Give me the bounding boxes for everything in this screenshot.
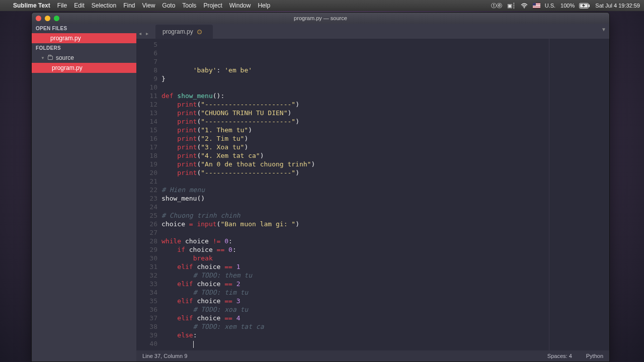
menubar-item-selection[interactable]: Selection (92, 2, 116, 9)
svg-rect-3 (589, 5, 590, 7)
code-line[interactable] (162, 339, 609, 348)
code-line[interactable]: # TODO: tim tu (162, 288, 609, 297)
code-line[interactable]: show_menu() (162, 194, 609, 203)
line-gutter: 5678910111213141516171819202122232425262… (136, 39, 162, 350)
sidebar-folders-header: FOLDERS (32, 43, 136, 53)
folder-name: source (56, 54, 74, 61)
code-line[interactable] (162, 348, 609, 350)
code-line[interactable]: print("----------------------") (162, 100, 609, 109)
menubar-app-name[interactable]: Sublime Text (13, 2, 50, 9)
tab-prev-button[interactable]: ◂ (136, 28, 143, 39)
menubar-screencast-icon[interactable]: ▣┆ (507, 3, 516, 9)
menubar-input-lang[interactable]: U.S. (533, 3, 555, 9)
status-bar: Line 37, Column 9 Spaces: 4 Python (136, 350, 609, 361)
folder-icon (48, 56, 53, 60)
code-content[interactable]: 'baby': 'em be'} def show_menu(): print(… (162, 39, 609, 350)
sidebar: OPEN FILES program.py FOLDERS ▼sourcepro… (32, 24, 136, 361)
code-line[interactable]: # TODO: them tu (162, 271, 609, 280)
sidebar-folder[interactable]: ▼source (32, 53, 136, 63)
editor-area: ◂ ▸ program.py ▼ 56789101112131415161718… (136, 24, 609, 361)
zoom-icon[interactable] (54, 16, 59, 21)
modified-indicator-icon (43, 36, 47, 41)
code-line[interactable]: # TODO: xoa tu (162, 305, 609, 314)
status-indent[interactable]: Spaces: 4 (547, 353, 572, 359)
code-line[interactable]: break (162, 254, 609, 262)
code-line[interactable]: while choice != 0: (162, 237, 609, 245)
menubar-item-tools[interactable]: Tools (182, 2, 196, 9)
code-line[interactable]: print("----------------------") (162, 117, 609, 126)
code-line[interactable]: print("CHUONG TRINH TU DIEN") (162, 109, 609, 117)
code-line[interactable]: elif choice == 3 (162, 297, 609, 305)
sidebar-open-file[interactable]: program.py (32, 33, 136, 43)
code-line[interactable]: print("3. Xoa tu") (162, 143, 609, 151)
code-line[interactable] (162, 177, 609, 186)
code-line[interactable]: # Chuong trinh chinh (162, 211, 609, 220)
code-line[interactable]: print("2. Tim tu") (162, 134, 609, 143)
close-icon[interactable] (36, 16, 41, 21)
menubar-item-edit[interactable]: Edit (74, 2, 85, 9)
minimize-icon[interactable] (45, 16, 50, 21)
tab-strip: ◂ ▸ program.py ▼ (136, 24, 609, 39)
menubar-item-window[interactable]: Window (229, 2, 251, 9)
code-line[interactable] (162, 203, 609, 211)
status-syntax[interactable]: Python (586, 353, 603, 359)
desktop: program.py — source OPEN FILES program.p… (0, 11, 644, 362)
code-line[interactable]: elif choice == 2 (162, 280, 609, 288)
code-line[interactable]: print("4. Xem tat ca") (162, 151, 609, 160)
code-line[interactable]: 'baby': 'em be' (162, 66, 609, 74)
code-line[interactable]: if choice == 0: (162, 245, 609, 254)
flag-icon (533, 3, 540, 8)
sidebar-open-files-header: OPEN FILES (32, 24, 136, 33)
tab[interactable]: program.py (155, 25, 213, 39)
ruler-guide (549, 39, 549, 350)
menubar-datetime[interactable]: Sat Jul 4 19:32:59 (595, 3, 640, 9)
code-line[interactable]: def show_menu(): (162, 92, 609, 100)
tab-next-button[interactable]: ▸ (143, 28, 150, 39)
code-editor[interactable]: 5678910111213141516171819202122232425262… (136, 39, 609, 350)
macos-menubar: Sublime Text FileEditSelectionFindViewGo… (0, 0, 644, 11)
status-cursor-pos[interactable]: Line 37, Column 9 (142, 353, 187, 359)
code-line[interactable]: elif choice == 4 (162, 314, 609, 322)
window-title: program.py — source (32, 15, 609, 21)
menubar-item-view[interactable]: View (142, 2, 155, 9)
code-line[interactable] (162, 228, 609, 237)
code-line[interactable]: } (162, 74, 609, 83)
sidebar-file[interactable]: program.py (32, 63, 136, 73)
file-name: program.py (50, 35, 81, 42)
menubar-te-icon[interactable]: ⓣⓔ (491, 2, 502, 10)
menubar-battery[interactable]: 100% (560, 3, 590, 9)
svg-point-0 (524, 7, 525, 8)
code-line[interactable]: else: (162, 331, 609, 339)
tab-label: program.py (163, 28, 193, 35)
menubar-item-help[interactable]: Help (258, 2, 270, 9)
menubar-item-project[interactable]: Project (203, 2, 222, 9)
chevron-down-icon: ▼ (41, 56, 45, 60)
menubar-item-find[interactable]: Find (123, 2, 135, 9)
menubar-item-goto[interactable]: Goto (162, 2, 175, 9)
window-titlebar[interactable]: program.py — source (32, 13, 609, 24)
code-line[interactable]: print("----------------------") (162, 168, 609, 177)
code-line[interactable]: # Hien menu (162, 186, 609, 194)
sublime-window: program.py — source OPEN FILES program.p… (31, 12, 610, 362)
modified-indicator-icon (197, 30, 202, 34)
code-line[interactable]: # TODO: xem tat ca (162, 322, 609, 331)
code-line[interactable]: print("1. Them tu") (162, 126, 609, 134)
code-line[interactable]: choice = input("Ban muon lam gi: ") (162, 220, 609, 228)
tab-dropdown-icon[interactable]: ▼ (601, 27, 606, 32)
menubar-wifi-icon[interactable] (521, 3, 528, 9)
code-line[interactable]: elif choice == 1 (162, 262, 609, 271)
code-line[interactable] (162, 83, 609, 92)
code-line[interactable]: print("An 0 de thoat chuong trinh") (162, 160, 609, 168)
menubar-item-file[interactable]: File (57, 2, 67, 9)
